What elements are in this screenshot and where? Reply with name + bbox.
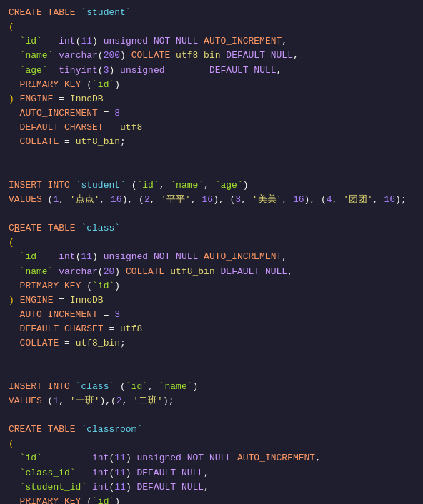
code-line: PRIMARY KEY (`id`) bbox=[0, 279, 423, 293]
table-name: `student` bbox=[81, 6, 131, 20]
code-line: VALUES (1, '点点', 16), (2, '平平', 16), (3,… bbox=[0, 193, 423, 207]
code-line: DEFAULT CHARSET = utf8 bbox=[0, 121, 423, 135]
code-line: PRIMARY KEY (`id`) bbox=[0, 78, 423, 92]
code-line: ( bbox=[0, 236, 423, 250]
code-line: `age` tinyint(3) unsigned DEFAULT NULL, bbox=[0, 64, 423, 78]
code-line bbox=[0, 149, 423, 163]
code-line: DEFAULT CHARSET = utf8 bbox=[0, 322, 423, 336]
code-line bbox=[0, 164, 423, 178]
code-line: INSERT INTO `class` (`id`, `name`) bbox=[0, 380, 423, 394]
code-line: AUTO_INCREMENT = 8 bbox=[0, 106, 423, 121]
code-line: CREATE TABLE `class` bbox=[0, 221, 423, 236]
code-line: ( bbox=[0, 437, 423, 451]
code-line bbox=[0, 351, 423, 365]
code-editor: CREATE TABLE `student` ( `id` int(11) un… bbox=[0, 0, 423, 504]
code-line: ) ENGINE = InnoDB bbox=[0, 92, 423, 106]
code-line: `name` varchar(200) COLLATE utf8_bin DEF… bbox=[0, 49, 423, 63]
code-line: INSERT INTO `student` (`id`, `name`, `ag… bbox=[0, 178, 423, 193]
keyword: CREATE TABLE bbox=[9, 6, 81, 20]
code-line: `name` varchar(20) COLLATE utf8_bin DEFA… bbox=[0, 265, 423, 279]
code-line: CREATE TABLE `classroom` bbox=[0, 423, 423, 437]
code-line bbox=[0, 207, 423, 221]
code-line: COLLATE = utf8_bin; bbox=[0, 135, 423, 149]
code-line bbox=[0, 366, 423, 380]
code-line: AUTO_INCREMENT = 3 bbox=[0, 308, 423, 322]
code-line: `class_id` int(11) DEFAULT NULL, bbox=[0, 466, 423, 480]
code-line: `id` int(11) unsigned NOT NULL AUTO_INCR… bbox=[0, 250, 423, 264]
code-line: `id` int(11) unsigned NOT NULL AUTO_INCR… bbox=[0, 34, 423, 49]
code-line: CREATE TABLE `student` bbox=[0, 6, 423, 20]
paren: ( bbox=[9, 20, 14, 34]
code-line: ) ENGINE = InnoDB bbox=[0, 293, 423, 308]
code-line: VALUES (1, '一班'),(2, '二班'); bbox=[0, 394, 423, 408]
code-line: ( bbox=[0, 20, 423, 34]
code-line bbox=[0, 408, 423, 423]
code-line: `student_id` int(11) DEFAULT NULL, bbox=[0, 480, 423, 495]
code-line: PRIMARY KEY (`id`) bbox=[0, 495, 423, 504]
code-line: `id` int(11) unsigned NOT NULL AUTO_INCR… bbox=[0, 451, 423, 465]
code-line: COLLATE = utf8_bin; bbox=[0, 336, 423, 351]
